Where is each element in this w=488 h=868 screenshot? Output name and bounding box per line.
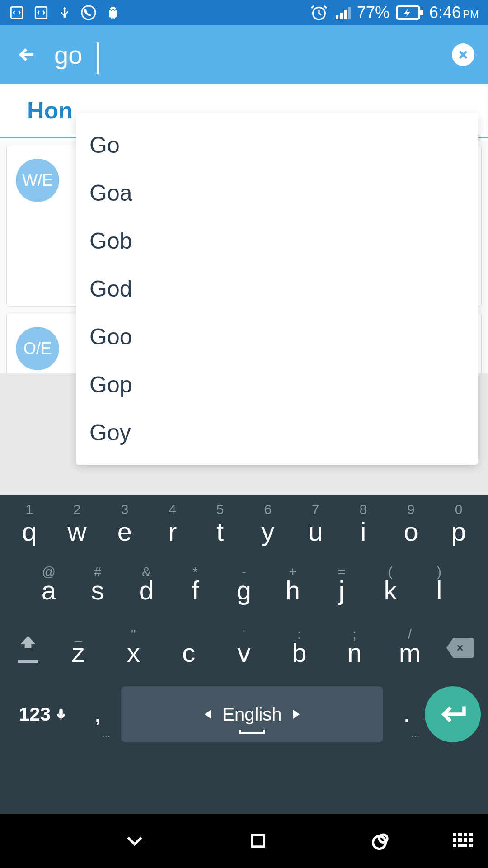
svg-rect-7 — [348, 7, 351, 19]
suggestion-item[interactable]: Goo — [76, 313, 478, 361]
suggestion-item[interactable]: God — [76, 265, 478, 313]
search-input-wrap: go — [54, 40, 452, 70]
key-y[interactable]: 6y — [244, 499, 292, 552]
svg-rect-5 — [340, 13, 343, 19]
nav-keyboard-icon[interactable] — [453, 833, 474, 849]
key-q[interactable]: 1q — [5, 499, 53, 552]
key-period[interactable]: .... — [389, 687, 425, 741]
svg-rect-15 — [464, 833, 467, 836]
key-p[interactable]: 0p — [435, 499, 483, 552]
back-button[interactable] — [14, 41, 41, 68]
suggestions-dropdown: Go Goa Gob God Goo Gop Goy — [76, 113, 478, 465]
svg-rect-4 — [336, 15, 338, 19]
keyboard-row-2: @a #s &d *f -g +h =j (k )l — [3, 559, 485, 612]
time: 6:46PM — [429, 3, 479, 22]
suggestion-item[interactable]: Goa — [76, 169, 478, 217]
key-d[interactable]: &d — [122, 559, 171, 612]
key-backspace[interactable] — [437, 618, 483, 677]
dev-icon-2 — [33, 5, 49, 20]
suggestion-item[interactable]: Gop — [76, 361, 478, 409]
clear-button[interactable] — [452, 43, 474, 66]
status-bar: 77% 6:46PM — [0, 0, 488, 25]
svg-rect-1 — [35, 7, 47, 19]
nav-bar — [0, 814, 488, 868]
key-v[interactable]: 'v — [216, 621, 272, 675]
key-t[interactable]: 5t — [196, 499, 244, 552]
svg-rect-10 — [252, 835, 263, 846]
keyboard-row-3: _z "x c 'v :b ;n /m — [3, 618, 485, 677]
key-f[interactable]: *f — [171, 559, 220, 612]
alarm-icon — [310, 4, 328, 22]
triangle-right-icon — [293, 710, 300, 719]
key-z[interactable]: _z — [51, 621, 106, 675]
key-h[interactable]: +h — [268, 559, 317, 612]
suggestion-item[interactable]: Gob — [76, 217, 478, 265]
key-comma[interactable]: ,... — [80, 687, 116, 741]
key-w[interactable]: 2w — [53, 499, 101, 552]
key-x[interactable]: "x — [106, 621, 161, 675]
triangle-left-icon — [204, 710, 211, 719]
key-i[interactable]: 8i — [339, 499, 387, 552]
key-u[interactable]: 7u — [292, 499, 340, 552]
search-input[interactable]: go — [54, 40, 452, 70]
key-n[interactable]: ;n — [327, 621, 382, 675]
svg-rect-23 — [469, 844, 473, 847]
key-b[interactable]: :b — [272, 621, 327, 675]
key-g[interactable]: -g — [220, 559, 268, 612]
key-r[interactable]: 4r — [149, 499, 197, 552]
svg-rect-19 — [464, 838, 467, 842]
keyboard-row-4: 123 ,... English .... — [3, 686, 485, 742]
nav-home[interactable] — [249, 832, 267, 849]
status-right: 77% 6:46PM — [310, 3, 479, 22]
dev-icon-1 — [9, 5, 24, 20]
key-s[interactable]: #s — [73, 559, 122, 612]
svg-rect-22 — [458, 844, 467, 847]
key-a[interactable]: @a — [24, 559, 73, 612]
key-shift[interactable] — [5, 618, 51, 677]
key-enter[interactable] — [425, 686, 481, 742]
key-space[interactable]: English — [121, 686, 383, 742]
svg-rect-17 — [453, 838, 456, 842]
svg-rect-9 — [420, 10, 423, 15]
text-cursor — [97, 42, 99, 74]
svg-rect-13 — [453, 833, 456, 836]
battery-charging-icon — [396, 5, 423, 20]
svg-rect-14 — [458, 833, 462, 836]
key-k[interactable]: (k — [366, 559, 415, 612]
signal-icon — [334, 5, 351, 21]
svg-rect-21 — [453, 844, 456, 847]
nav-back[interactable] — [125, 831, 145, 851]
phone-circle-icon — [80, 5, 97, 21]
suggestion-item[interactable]: Go — [76, 121, 478, 169]
nav-recent[interactable] — [371, 831, 390, 850]
android-icon — [106, 5, 120, 21]
battery-pct: 77% — [357, 3, 389, 22]
keyboard-row-1: 1q 2w 3e 4r 5t 6y 7u 8i 9o 0p — [3, 499, 485, 552]
suggestion-item[interactable]: Goy — [76, 409, 478, 457]
key-m[interactable]: /m — [382, 621, 437, 675]
svg-point-2 — [82, 6, 95, 19]
key-e[interactable]: 3e — [101, 499, 149, 552]
key-l[interactable]: )l — [415, 559, 464, 612]
svg-rect-20 — [469, 838, 473, 842]
keyboard: 1q 2w 3e 4r 5t 6y 7u 8i 9o 0p @a #s &d *… — [0, 495, 488, 814]
tab-home[interactable]: Hon — [27, 97, 73, 124]
key-j[interactable]: =j — [317, 559, 366, 612]
svg-rect-0 — [11, 7, 23, 19]
key-123-mic[interactable]: 123 — [7, 703, 80, 725]
avatar: O/E — [16, 327, 59, 370]
svg-rect-6 — [344, 10, 347, 19]
usb-icon — [58, 4, 71, 21]
status-left-icons — [9, 4, 120, 21]
svg-rect-16 — [469, 833, 473, 836]
key-o[interactable]: 9o — [387, 499, 435, 552]
svg-rect-18 — [458, 838, 462, 842]
key-c[interactable]: c — [161, 621, 216, 675]
avatar: W/E — [16, 159, 59, 202]
search-bar: go — [0, 25, 488, 84]
